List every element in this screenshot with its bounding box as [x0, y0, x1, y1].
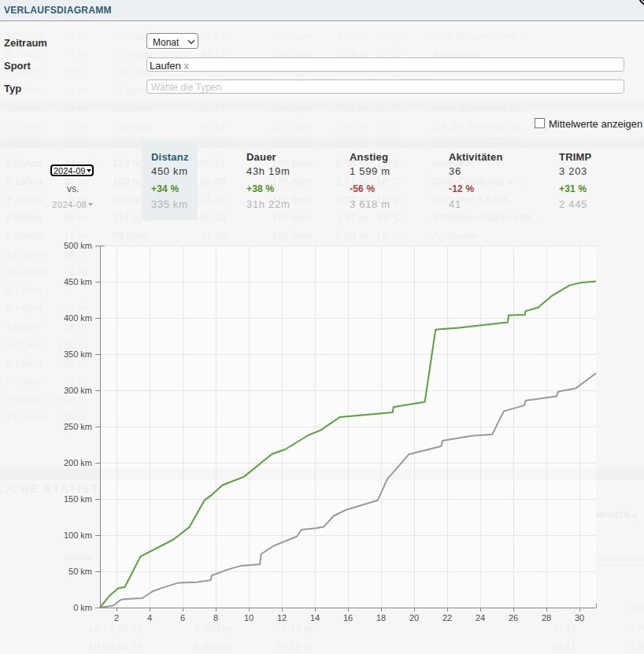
svg-text:8: 8	[213, 613, 218, 623]
svg-text:400 km: 400 km	[64, 313, 92, 323]
svg-text:30: 30	[575, 613, 584, 623]
svg-text:4: 4	[147, 613, 152, 623]
svg-text:2: 2	[114, 613, 119, 623]
svg-text:20: 20	[409, 613, 419, 623]
svg-text:100 km: 100 km	[64, 530, 92, 540]
svg-text:26: 26	[509, 613, 518, 623]
svg-text:22: 22	[442, 613, 452, 623]
svg-text:450 km: 450 km	[64, 277, 92, 286]
svg-text:250 km: 250 km	[64, 422, 92, 431]
svg-text:10: 10	[244, 613, 254, 623]
svg-text:16: 16	[343, 613, 353, 623]
svg-text:500 km: 500 km	[64, 241, 92, 250]
svg-text:300 km: 300 km	[64, 386, 92, 395]
svg-text:18: 18	[376, 613, 386, 623]
svg-text:28: 28	[542, 613, 551, 623]
svg-text:200 km: 200 km	[64, 458, 92, 467]
svg-text:24: 24	[476, 613, 485, 623]
svg-text:50 km: 50 km	[68, 567, 92, 576]
svg-text:6: 6	[180, 613, 185, 623]
svg-text:12: 12	[277, 613, 287, 623]
svg-text:150 km: 150 km	[64, 494, 92, 504]
svg-text:350 km: 350 km	[64, 349, 92, 359]
svg-text:14: 14	[310, 613, 320, 623]
svg-text:0 km: 0 km	[73, 603, 92, 612]
